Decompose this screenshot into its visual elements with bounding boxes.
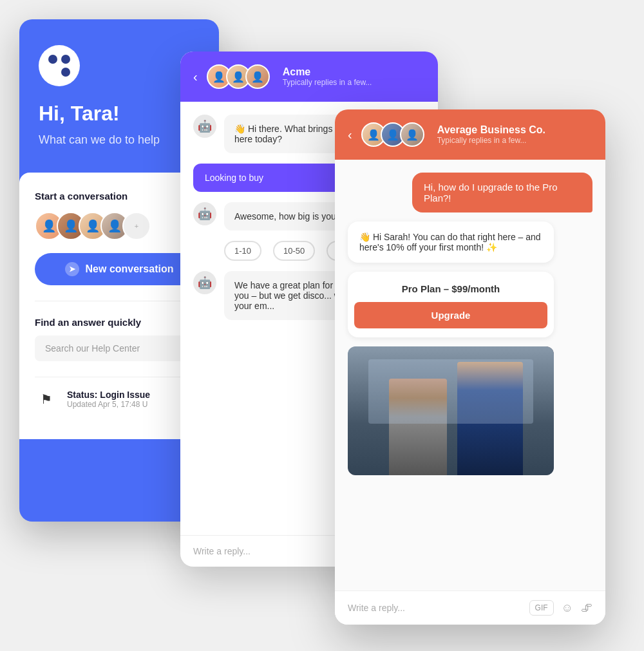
- agent-avatar-row: 👤 👤 👤 👤 +: [35, 212, 204, 240]
- send-icon: ➤: [65, 262, 79, 276]
- search-placeholder: Search our Help Center: [45, 343, 140, 354]
- bot-avatar-2: 🤖: [193, 202, 216, 225]
- user-msg: Hi, how do I upgrade to the Pro Plan?!: [412, 173, 592, 212]
- footer-actions: GIF ☺ 🖇: [529, 600, 592, 616]
- back-button-2[interactable]: ‹: [348, 127, 352, 142]
- gif-button[interactable]: GIF: [529, 600, 554, 616]
- status-title: Status: Login Issue: [67, 390, 150, 400]
- gif-bg: [348, 346, 554, 475]
- upgrade-title: Pro Plan – $99/month: [348, 272, 554, 302]
- upgrade-card: Pro Plan – $99/month Upgrade: [348, 272, 554, 337]
- logo-dot-2: [61, 55, 70, 64]
- chat-avatar2-3: 👤: [400, 122, 424, 147]
- chat2-name: Average Business Co.: [437, 124, 545, 136]
- divider-1: [35, 301, 204, 301]
- chat2-sub: Typically replies in a few...: [437, 136, 545, 145]
- gif-window: [368, 359, 533, 424]
- reply-input-2[interactable]: Write a reply...: [348, 603, 529, 613]
- option-10-50[interactable]: 10-50: [273, 241, 315, 261]
- new-conversation-button[interactable]: ➤ New conversation: [35, 253, 204, 285]
- app-logo: [39, 45, 80, 86]
- greeting-subtitle: What can we do to help: [39, 133, 200, 147]
- bot-avatar-1: 🤖: [193, 115, 216, 138]
- chat-header2-avatars: 👤 👤 👤: [361, 122, 419, 147]
- upgrade-button[interactable]: Upgrade: [354, 302, 547, 328]
- chat-sub: Typically replies in a few...: [283, 78, 372, 87]
- chat-header-avg: ‹ 👤 👤 👤 Average Business Co. Typically r…: [335, 109, 605, 160]
- chat-body-avg: Hi, how do I upgrade to the Pro Plan?! 👋…: [335, 160, 605, 590]
- status-updated: Updated Apr 5, 17:48 U: [67, 400, 150, 409]
- emoji-button[interactable]: ☺: [562, 601, 573, 615]
- search-help-input[interactable]: Search our Help Center: [35, 335, 204, 361]
- chat-header-info: Acme Typically replies in a few...: [283, 66, 372, 87]
- back-button[interactable]: ‹: [193, 70, 198, 84]
- chat-header-avatars: 👤 👤 👤: [207, 64, 265, 89]
- bot-reply-card: 👋 Hi Sarah! You can do that right here –…: [348, 222, 554, 263]
- chat-footer-avg[interactable]: Write a reply... GIF ☺ 🖇: [335, 590, 605, 625]
- msg-purple-1: Looking to buy: [193, 164, 348, 192]
- start-conversation-label: Start a conversation: [35, 191, 204, 202]
- chat-header2-info: Average Business Co. Typically replies i…: [437, 124, 545, 145]
- user-msg-container: Hi, how do I upgrade to the Pro Plan?!: [348, 173, 592, 212]
- panel-chat-avg: ‹ 👤 👤 👤 Average Business Co. Typically r…: [335, 109, 605, 625]
- attach-button[interactable]: 🖇: [581, 601, 592, 615]
- new-convo-label: New conversation: [86, 263, 174, 275]
- greeting-title: Hi, Tara!: [39, 102, 200, 126]
- gif-image: [348, 346, 554, 475]
- logo-dot-4: [61, 68, 70, 77]
- agent-avatar-5: +: [122, 212, 151, 240]
- flag-icon: ⚑: [35, 388, 58, 411]
- chat-avatar-3: 👤: [245, 64, 270, 89]
- find-answer-label: Find an answer quickly: [35, 317, 204, 328]
- bot-avatar-3: 🤖: [193, 271, 216, 294]
- chat-header-acme: ‹ 👤 👤 👤 Acme Typically replies in a few.…: [180, 52, 438, 102]
- status-item[interactable]: ⚑ Status: Login Issue Updated Apr 5, 17:…: [35, 377, 204, 421]
- chat-name: Acme: [283, 66, 372, 78]
- status-info: Status: Login Issue Updated Apr 5, 17:48…: [67, 390, 150, 409]
- option-1-10[interactable]: 1-10: [224, 241, 261, 261]
- logo-dot-1: [48, 55, 57, 64]
